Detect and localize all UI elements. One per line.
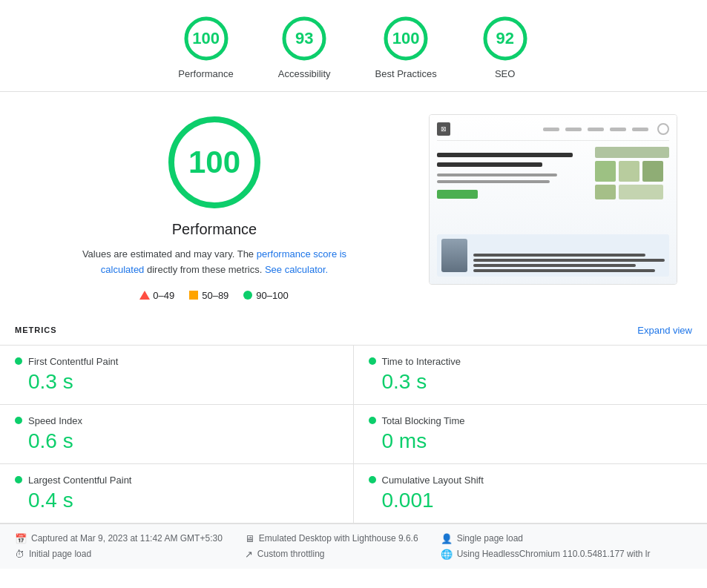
green-dot-icon-4 xyxy=(15,476,22,483)
metric-value-2: 0.6 s xyxy=(15,429,338,453)
desc-text: Values are estimated and may vary. The xyxy=(82,248,254,260)
score-circle-seo: 92 xyxy=(481,15,529,62)
performance-big-circle: 100 xyxy=(166,114,263,211)
legend-range-good: 90–100 xyxy=(256,290,288,301)
mock-hero-text xyxy=(437,147,588,230)
score-label-seo: SEO xyxy=(495,68,515,79)
footer-icon-2-0: 👤 xyxy=(441,533,453,544)
metric-name-row-0: First Contentful Paint xyxy=(15,356,338,367)
metric-name-row-3: Total Blocking Time xyxy=(369,415,693,426)
left-panel: 100 Performance Values are estimated and… xyxy=(30,114,399,301)
score-value-best-practices: 100 xyxy=(392,29,420,48)
screenshot-mock: ⊠ xyxy=(430,115,677,284)
mock-bottom-line-4 xyxy=(473,269,655,272)
metric-cell-1: Time to Interactive 0.3 s xyxy=(354,346,708,405)
score-value-seo: 92 xyxy=(496,29,513,48)
mock-nav-link-4 xyxy=(610,128,626,131)
metric-name-row-4: Largest Contentful Paint xyxy=(15,475,338,486)
metric-name-2: Speed Index xyxy=(28,415,82,426)
green-dot-icon-1 xyxy=(369,357,376,365)
mock-bottom-section xyxy=(437,234,669,277)
footer-text-0-0: Captured at Mar 9, 2023 at 11:42 AM GMT+… xyxy=(31,533,223,544)
score-value-performance: 100 xyxy=(192,29,220,48)
footer-icon-0-1: ⏱ xyxy=(15,549,24,560)
footer-icon-0-0: 📅 xyxy=(15,533,27,544)
metric-name-4: Largest Contentful Paint xyxy=(28,475,131,486)
legend-range-bad: 0–49 xyxy=(153,290,174,301)
main-content: 100 Performance Values are estimated and… xyxy=(0,92,707,316)
mock-nav-link-5 xyxy=(632,128,648,131)
mock-search-icon xyxy=(657,123,669,135)
footer-text-0-1: Initial page load xyxy=(29,549,91,559)
score-label-accessibility: Accessibility xyxy=(278,68,331,79)
footer-col-3: 👤 Single page load 🌐 Using HeadlessChrom… xyxy=(441,533,651,560)
perf-desc: Values are estimated and may vary. The p… xyxy=(73,247,355,278)
green-dot-icon-2 xyxy=(15,417,22,424)
mock-img-block-1 xyxy=(595,147,669,158)
score-value-accessibility: 93 xyxy=(295,29,313,48)
screenshot-frame: ⊠ xyxy=(429,114,677,285)
mock-hero-image xyxy=(595,147,669,230)
metric-cell-3: Total Blocking Time 0 ms xyxy=(354,405,708,464)
footer-item-0-1: ⏱ Initial page load xyxy=(15,549,223,560)
footer-item-1-1: ↗ Custom throttling xyxy=(245,549,418,560)
score-label-best-practices: Best Practices xyxy=(375,68,437,79)
metric-name-3: Total Blocking Time xyxy=(382,415,465,426)
score-item-seo[interactable]: 92 SEO xyxy=(481,15,529,79)
metric-value-4: 0.4 s xyxy=(15,489,338,512)
footer-icon-1-0: 🖥 xyxy=(245,533,254,544)
mock-nav-link-3 xyxy=(588,128,604,131)
footer-text-1-0: Emulated Desktop with Lighthouse 9.6.6 xyxy=(259,533,418,544)
desc-text2: directly from these metrics. xyxy=(147,264,262,275)
mock-hero-line-1 xyxy=(437,153,573,157)
footer: 📅 Captured at Mar 9, 2023 at 11:42 AM GM… xyxy=(0,523,707,569)
right-panel: ⊠ xyxy=(429,114,677,285)
metric-name-row-1: Time to Interactive xyxy=(369,356,693,367)
footer-item-0-0: 📅 Captured at Mar 9, 2023 at 11:42 AM GM… xyxy=(15,533,223,544)
mock-cta-btn xyxy=(437,190,478,199)
expand-view-button[interactable]: Expand view xyxy=(637,325,692,336)
mock-hero-line-2 xyxy=(437,162,542,167)
green-dot-icon-3 xyxy=(369,417,376,424)
footer-text-2-0: Single page load xyxy=(457,533,523,544)
metric-cell-0: First Contentful Paint 0.3 s xyxy=(0,346,354,405)
metric-name-1: Time to Interactive xyxy=(382,356,461,367)
calculator-link[interactable]: See calculator. xyxy=(265,264,328,275)
metric-value-5: 0.001 xyxy=(369,489,693,512)
metrics-header: METRICS Expand view xyxy=(0,316,707,345)
footer-col-2: 🖥 Emulated Desktop with Lighthouse 9.6.6… xyxy=(245,533,418,560)
legend-range-medium: 50–89 xyxy=(202,290,228,301)
mock-nav-link-2 xyxy=(565,128,582,131)
mock-nav-link-1 xyxy=(543,128,559,131)
score-item-accessibility[interactable]: 93 Accessibility xyxy=(278,15,331,79)
score-item-best-practices[interactable]: 100 Best Practices xyxy=(375,15,437,79)
mock-img-block-5 xyxy=(595,185,616,199)
footer-icon-1-1: ↗ xyxy=(245,549,253,560)
mock-hero-line-3 xyxy=(437,174,557,176)
footer-item-2-0: 👤 Single page load xyxy=(441,533,651,544)
metric-cell-2: Speed Index 0.6 s xyxy=(0,405,354,464)
mock-img-block-2 xyxy=(595,161,616,182)
green-dot-icon-5 xyxy=(369,476,376,483)
footer-text-2-1: Using HeadlessChromium 110.0.5481.177 wi… xyxy=(457,549,651,559)
metric-cell-4: Largest Contentful Paint 0.4 s xyxy=(0,464,354,523)
score-circle-performance: 100 xyxy=(182,15,230,62)
mock-bottom-line-3 xyxy=(473,264,636,267)
mock-bottom-text xyxy=(473,246,665,272)
footer-col-1: 📅 Captured at Mar 9, 2023 at 11:42 AM GM… xyxy=(15,533,223,560)
perf-title: Performance xyxy=(172,221,257,238)
metrics-title: METRICS xyxy=(15,326,57,334)
mock-img-block-3 xyxy=(619,161,639,182)
footer-icon-2-1: 🌐 xyxy=(441,549,453,560)
legend-item-good: 90–100 xyxy=(243,290,288,301)
legend: 0–49 50–89 90–100 xyxy=(140,290,288,301)
mock-img-row xyxy=(595,161,669,182)
mock-logo-icon: ⊠ xyxy=(437,122,450,136)
footer-text-1-1: Custom throttling xyxy=(257,549,325,559)
mock-hero-line-4 xyxy=(437,180,550,183)
score-item-performance[interactable]: 100 Performance xyxy=(178,15,233,79)
mock-bottom-line-1 xyxy=(473,254,645,257)
big-score-value: 100 xyxy=(188,145,240,180)
legend-item-medium: 50–89 xyxy=(189,290,228,301)
mock-img-block-4 xyxy=(642,161,663,182)
